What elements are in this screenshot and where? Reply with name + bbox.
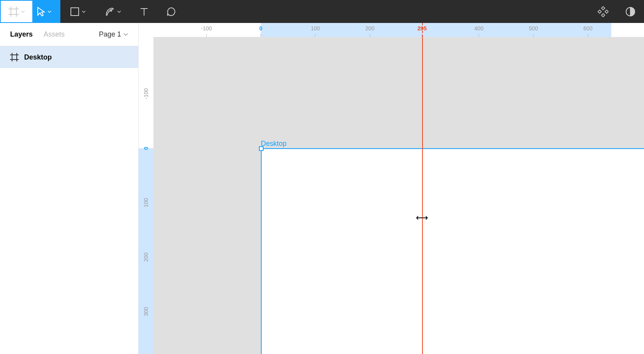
ruler-v-tick: 300 (143, 305, 149, 318)
svg-rect-12 (602, 13, 605, 16)
ruler-h-tick: -100 (201, 25, 212, 37)
ruler-h-tick: 100 (311, 25, 320, 37)
shape-tool-button[interactable] (60, 0, 95, 23)
frame-label[interactable]: Desktop (261, 140, 287, 148)
ruler-corner (139, 23, 153, 37)
canvas-surface[interactable]: Desktop ⟷ (153, 37, 644, 354)
rectangle-icon (70, 7, 79, 16)
canvas[interactable]: -1000100200295400500600 -1000100200300 D… (139, 23, 644, 354)
contrast-icon (625, 7, 635, 17)
layer-row-desktop[interactable]: Desktop (0, 46, 138, 68)
components-icon (598, 6, 609, 17)
page-selector[interactable]: Page 1 (99, 30, 128, 39)
components-button[interactable] (589, 0, 617, 23)
comment-tool-button[interactable] (158, 0, 185, 23)
svg-rect-14 (605, 10, 608, 13)
frame-tool-icon (9, 7, 19, 17)
text-icon (139, 7, 149, 16)
ruler-h-tick: 400 (474, 25, 483, 37)
ruler-h-tick: 200 (365, 25, 374, 37)
ruler-h-tick: 600 (583, 25, 592, 37)
contrast-button[interactable] (617, 0, 644, 23)
svg-point-8 (110, 10, 112, 11)
svg-rect-11 (602, 6, 605, 9)
frame-handle-nw[interactable] (259, 146, 264, 151)
ruler-v-tick: 100 (143, 196, 149, 209)
layer-label: Desktop (24, 53, 52, 61)
sidebar-tabs: Layers Assets Page 1 (0, 23, 138, 46)
ruler-v-tick: -100 (143, 87, 149, 100)
text-tool-button[interactable] (130, 0, 158, 23)
comment-icon (166, 7, 176, 17)
ruler-h-tick: 0 (259, 25, 262, 37)
ruler-v-tick: 0 (143, 142, 149, 155)
sidebar: Layers Assets Page 1 Desktop (0, 23, 139, 354)
svg-rect-13 (598, 10, 601, 13)
chevron-down-icon (48, 11, 51, 13)
ruler-vertical[interactable]: -1000100200300 (139, 37, 153, 354)
cursor-icon (37, 7, 45, 17)
guide-vertical[interactable] (422, 37, 423, 354)
frame-tool-button[interactable] (0, 0, 33, 23)
chevron-down-icon (82, 11, 86, 13)
chevron-down-icon (117, 11, 121, 13)
chevron-down-icon (21, 11, 25, 13)
page-selector-label: Page 1 (99, 30, 121, 39)
main: Layers Assets Page 1 Desktop -1000100200… (0, 23, 644, 354)
guide-dashed (422, 23, 423, 37)
pen-tool-button[interactable] (95, 0, 130, 23)
svg-rect-7 (71, 8, 79, 16)
tab-layers[interactable]: Layers (10, 30, 33, 39)
ruler-h-tick: 500 (529, 25, 538, 37)
frame-icon (10, 53, 19, 61)
toolbar (0, 0, 644, 23)
ruler-horizontal[interactable]: -1000100200295400500600 (153, 23, 644, 37)
ruler-v-tick: 200 (143, 251, 149, 264)
tab-assets[interactable]: Assets (44, 30, 65, 39)
pen-icon (105, 7, 115, 17)
chevron-down-icon (123, 33, 128, 36)
frame-desktop[interactable]: Desktop (261, 148, 644, 354)
